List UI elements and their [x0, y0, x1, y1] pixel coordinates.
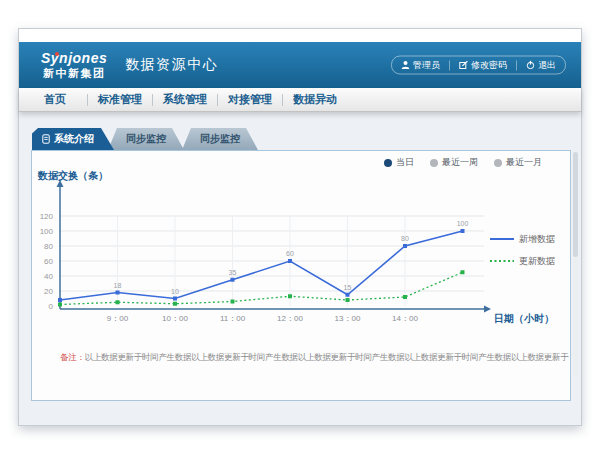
point-label: 15: [344, 284, 352, 291]
legend-label[interactable]: 更新数据: [519, 256, 555, 266]
y-tick-label: 0: [49, 302, 54, 311]
logout-label: 退出: [538, 59, 556, 72]
data-point: [403, 244, 407, 248]
y-tick-label: 100: [40, 227, 54, 236]
footnote: 备注：以上数据更新于时间产生数据以上数据更新于时间产生数据以上数据更新于时间产生…: [60, 352, 568, 364]
tab-label: 同步监控: [126, 132, 166, 146]
x-tick-label: 12：00: [277, 314, 303, 323]
tab-system-intro[interactable]: 系统介绍: [32, 128, 114, 150]
data-point: [403, 295, 407, 299]
logo-text-cn: 新中新集团: [41, 67, 107, 79]
footnote-text: 以上数据更新于时间产生数据以上数据更新于时间产生数据以上数据更新于时间产生数据以…: [85, 352, 569, 362]
app-window: Synjones 新中新集团 数据资源中心 管理员 修改密码 退出 首页 标准管: [18, 28, 582, 426]
data-point: [58, 303, 62, 307]
logo-text-en: Synjones: [41, 51, 107, 66]
radio-label: 最近一月: [506, 156, 542, 169]
radio-last-month[interactable]: 最近一月: [494, 156, 542, 169]
user-icon: [401, 61, 410, 70]
y-tick-label: 20: [44, 287, 53, 296]
data-point: [288, 259, 292, 263]
user-menu: 管理员 修改密码 退出: [391, 56, 566, 75]
x-tick-label: 10：00: [162, 314, 188, 323]
x-axis-arrow-icon: [484, 306, 491, 313]
data-point: [173, 297, 177, 301]
change-password-label: 修改密码: [471, 59, 507, 72]
nav-item-home[interactable]: 首页: [23, 92, 87, 107]
point-label: 100: [457, 220, 469, 227]
y-axis-title: 数据交换（条）: [37, 170, 108, 181]
radio-label: 当日: [396, 156, 414, 169]
scrollbar-thumb[interactable]: [573, 152, 578, 257]
x-tick-label: 14：00: [392, 314, 418, 323]
main-nav: 首页 标准管理 系统管理 对接管理 数据异动: [19, 88, 581, 112]
nav-item-standard-mgmt[interactable]: 标准管理: [88, 92, 152, 107]
nav-item-data-change[interactable]: 数据异动: [283, 92, 347, 107]
data-point: [173, 302, 177, 306]
point-label: 35: [229, 269, 237, 276]
edit-icon: [459, 61, 468, 70]
tab-bar: 系统介绍 同步监控 同步监控: [32, 128, 258, 150]
y-tick-label: 60: [44, 257, 53, 266]
document-icon: [42, 134, 50, 144]
data-point: [58, 298, 62, 302]
y-tick-label: 80: [44, 242, 53, 251]
point-label: 10: [171, 288, 179, 295]
x-tick-label: 13：00: [335, 314, 361, 323]
point-label: 80: [401, 235, 409, 242]
data-point: [116, 291, 120, 295]
page-title: 数据资源中心: [125, 56, 218, 74]
x-tick-label: 11：00: [220, 314, 246, 323]
y-axis-arrow-icon: [57, 180, 64, 187]
data-point: [461, 229, 465, 233]
data-point: [346, 298, 350, 302]
tab-sync-monitor-2[interactable]: 同步监控: [182, 128, 258, 150]
point-label: 60: [286, 250, 294, 257]
data-point: [461, 270, 465, 274]
window-top-strip: [19, 29, 581, 42]
chart-panel: 当日 最近一周 最近一月 0204060801001209：0010：0011：…: [31, 150, 571, 401]
x-axis-title: 日期（小时）: [494, 313, 554, 324]
data-point: [231, 300, 235, 304]
nav-item-interface-mgmt[interactable]: 对接管理: [218, 92, 282, 107]
scrollbar[interactable]: [573, 152, 578, 377]
tab-sync-monitor-1[interactable]: 同步监控: [108, 128, 184, 150]
data-point: [116, 300, 120, 304]
footnote-label: 备注：: [60, 352, 85, 362]
data-point: [288, 294, 292, 298]
logout-button[interactable]: 退出: [517, 59, 565, 72]
point-label: 18: [114, 282, 122, 289]
radio-selected-icon: [384, 159, 392, 167]
nav-item-system-mgmt[interactable]: 系统管理: [153, 92, 217, 107]
radio-unselected-icon: [430, 159, 438, 167]
admin-user-button[interactable]: 管理员: [392, 59, 449, 72]
data-point: [346, 293, 350, 297]
tab-label: 同步监控: [200, 132, 240, 146]
tab-label: 系统介绍: [54, 132, 94, 146]
radio-last-week[interactable]: 最近一周: [430, 156, 478, 169]
power-icon: [526, 61, 535, 70]
x-tick-label: 9：00: [107, 314, 129, 323]
app-header: Synjones 新中新集团 数据资源中心 管理员 修改密码 退出: [19, 42, 581, 88]
y-tick-label: 120: [40, 212, 54, 221]
admin-user-label: 管理员: [413, 59, 440, 72]
logo: Synjones 新中新集团: [41, 51, 107, 78]
data-point: [231, 278, 235, 282]
time-range-filter: 当日 最近一周 最近一月: [384, 156, 542, 169]
content-area: 系统介绍 同步监控 同步监控 当日 最近一周: [19, 112, 581, 425]
radio-unselected-icon: [494, 159, 502, 167]
radio-label: 最近一周: [442, 156, 478, 169]
y-tick-label: 40: [44, 272, 53, 281]
change-password-button[interactable]: 修改密码: [450, 59, 516, 72]
radio-today[interactable]: 当日: [384, 156, 414, 169]
legend-label[interactable]: 新增数据: [519, 234, 555, 244]
